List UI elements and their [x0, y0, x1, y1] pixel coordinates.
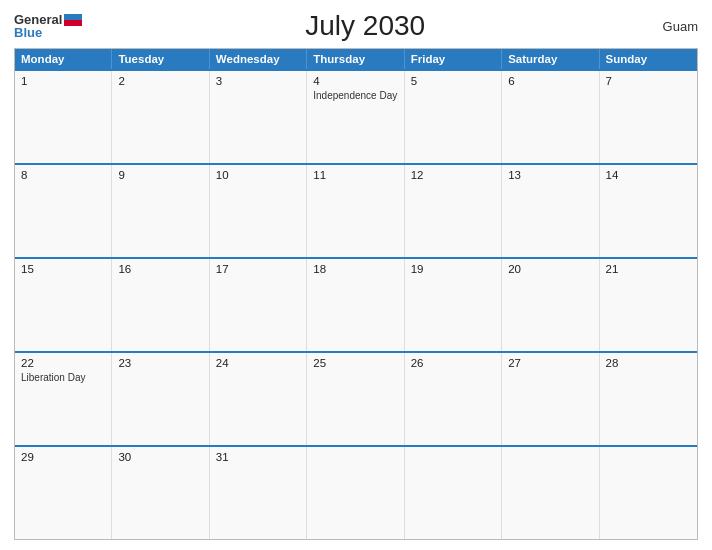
- calendar: MondayTuesdayWednesdayThursdayFridaySatu…: [14, 48, 698, 540]
- day-number: 27: [508, 357, 592, 369]
- cal-cell-5-1: 29: [15, 447, 112, 539]
- cal-cell-3-2: 16: [112, 259, 209, 351]
- cal-cell-1-3: 3: [210, 71, 307, 163]
- week-row-1: 1234Independence Day567: [15, 69, 697, 163]
- day-number: 14: [606, 169, 691, 181]
- day-number: 19: [411, 263, 495, 275]
- cal-cell-3-3: 17: [210, 259, 307, 351]
- day-number: 30: [118, 451, 202, 463]
- page: General Blue July 2030 Guam MondayTuesda…: [0, 0, 712, 550]
- cal-cell-5-2: 30: [112, 447, 209, 539]
- cal-cell-5-5: [405, 447, 502, 539]
- cal-cell-2-1: 8: [15, 165, 112, 257]
- day-number: 25: [313, 357, 397, 369]
- day-number: 15: [21, 263, 105, 275]
- cal-cell-1-4: 4Independence Day: [307, 71, 404, 163]
- week-row-2: 891011121314: [15, 163, 697, 257]
- week-row-3: 15161718192021: [15, 257, 697, 351]
- day-number: 2: [118, 75, 202, 87]
- cal-cell-2-7: 14: [600, 165, 697, 257]
- cal-cell-3-6: 20: [502, 259, 599, 351]
- svg-rect-0: [64, 14, 82, 20]
- cal-cell-1-7: 7: [600, 71, 697, 163]
- day-number: 10: [216, 169, 300, 181]
- cal-cell-1-5: 5: [405, 71, 502, 163]
- day-number: 9: [118, 169, 202, 181]
- cal-cell-1-6: 6: [502, 71, 599, 163]
- header-cell-saturday: Saturday: [502, 49, 599, 69]
- day-number: 18: [313, 263, 397, 275]
- cal-cell-4-6: 27: [502, 353, 599, 445]
- day-number: 26: [411, 357, 495, 369]
- cal-cell-2-5: 12: [405, 165, 502, 257]
- cal-cell-5-6: [502, 447, 599, 539]
- cal-cell-4-2: 23: [112, 353, 209, 445]
- header-cell-tuesday: Tuesday: [112, 49, 209, 69]
- cal-cell-2-2: 9: [112, 165, 209, 257]
- day-number: 24: [216, 357, 300, 369]
- day-number: 11: [313, 169, 397, 181]
- day-event: Independence Day: [313, 89, 397, 102]
- day-number: 4: [313, 75, 397, 87]
- header: General Blue July 2030 Guam: [14, 10, 698, 42]
- cal-cell-4-5: 26: [405, 353, 502, 445]
- week-row-4: 22Liberation Day232425262728: [15, 351, 697, 445]
- cal-cell-1-2: 2: [112, 71, 209, 163]
- calendar-body: 1234Independence Day56789101112131415161…: [15, 69, 697, 539]
- day-number: 12: [411, 169, 495, 181]
- cal-cell-4-3: 24: [210, 353, 307, 445]
- cal-cell-4-4: 25: [307, 353, 404, 445]
- day-number: 16: [118, 263, 202, 275]
- logo-blue-text: Blue: [14, 26, 42, 39]
- cal-cell-3-7: 21: [600, 259, 697, 351]
- logo-flag-icon: [64, 14, 82, 26]
- day-number: 20: [508, 263, 592, 275]
- day-number: 13: [508, 169, 592, 181]
- cal-cell-4-7: 28: [600, 353, 697, 445]
- cal-cell-3-4: 18: [307, 259, 404, 351]
- cal-cell-5-3: 31: [210, 447, 307, 539]
- header-cell-sunday: Sunday: [600, 49, 697, 69]
- day-number: 29: [21, 451, 105, 463]
- cal-cell-2-3: 10: [210, 165, 307, 257]
- cal-cell-4-1: 22Liberation Day: [15, 353, 112, 445]
- region-label: Guam: [648, 19, 698, 34]
- header-cell-thursday: Thursday: [307, 49, 404, 69]
- week-row-5: 293031: [15, 445, 697, 539]
- cal-cell-5-4: [307, 447, 404, 539]
- cal-cell-2-6: 13: [502, 165, 599, 257]
- svg-rect-1: [64, 20, 82, 26]
- header-cell-wednesday: Wednesday: [210, 49, 307, 69]
- day-event: Liberation Day: [21, 371, 105, 384]
- day-number: 6: [508, 75, 592, 87]
- header-cell-friday: Friday: [405, 49, 502, 69]
- cal-cell-2-4: 11: [307, 165, 404, 257]
- day-number: 3: [216, 75, 300, 87]
- day-number: 31: [216, 451, 300, 463]
- cal-cell-5-7: [600, 447, 697, 539]
- calendar-header: MondayTuesdayWednesdayThursdayFridaySatu…: [15, 49, 697, 69]
- day-number: 21: [606, 263, 691, 275]
- cal-cell-3-1: 15: [15, 259, 112, 351]
- day-number: 7: [606, 75, 691, 87]
- logo: General Blue: [14, 13, 82, 39]
- day-number: 22: [21, 357, 105, 369]
- day-number: 8: [21, 169, 105, 181]
- day-number: 17: [216, 263, 300, 275]
- cal-cell-3-5: 19: [405, 259, 502, 351]
- cal-cell-1-1: 1: [15, 71, 112, 163]
- header-cell-monday: Monday: [15, 49, 112, 69]
- day-number: 28: [606, 357, 691, 369]
- day-number: 5: [411, 75, 495, 87]
- day-number: 23: [118, 357, 202, 369]
- month-title: July 2030: [82, 10, 648, 42]
- day-number: 1: [21, 75, 105, 87]
